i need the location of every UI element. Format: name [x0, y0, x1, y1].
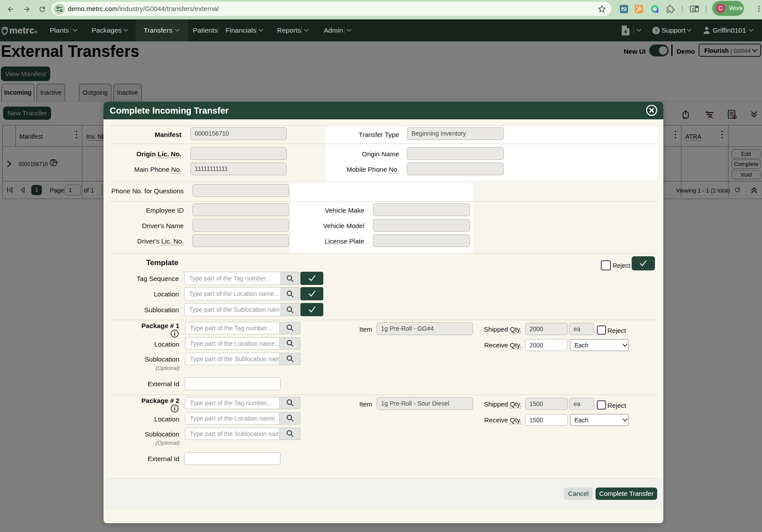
svg-text:?: ? [655, 28, 658, 33]
